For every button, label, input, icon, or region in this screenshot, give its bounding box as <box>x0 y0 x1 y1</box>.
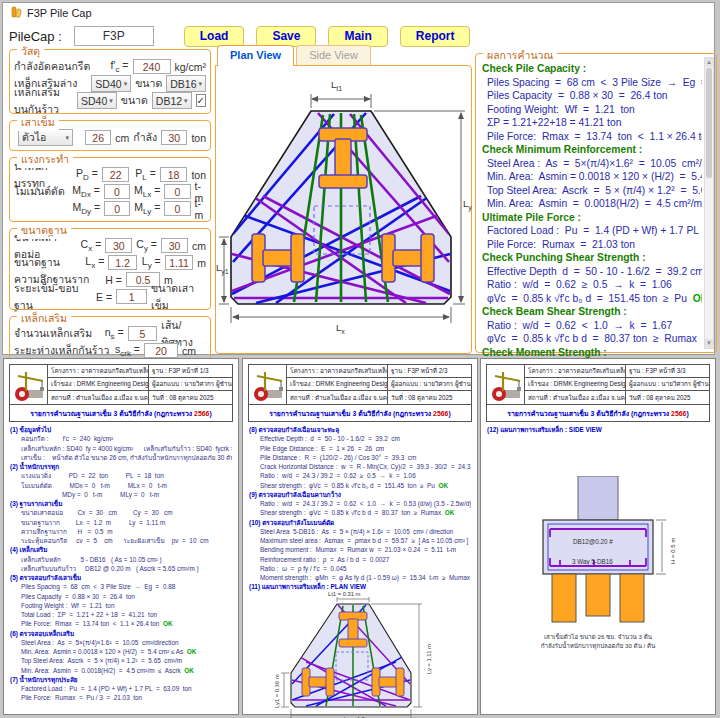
view-tabs: Plan View Side View <box>215 45 472 65</box>
top-steel-size-select[interactable]: DB12▾ <box>152 92 192 109</box>
mini-plan-drawing <box>276 596 446 718</box>
ly-input[interactable]: 1.11 <box>165 255 194 270</box>
text-line: Ratio : w/d = 24.3 / 39.2 = 0.62 ≥ 0.5 →… <box>249 471 471 480</box>
pile-group: เสาเข็ม ตัวไอ▾ 26 cm กำลัง 30 ton <box>9 120 211 151</box>
text-line: Total Load : ΣP = 1.21 + 22 + 18 = 41.21… <box>10 610 232 619</box>
report-location: สถานที่ : ตำบลในเมือง อ.เมือง จ.นครราชสี… <box>525 391 625 404</box>
top-steel-checkbox[interactable]: ✓ <box>196 94 206 107</box>
cy-symbol: Cy = <box>136 238 157 253</box>
chevron-down-icon: ▾ <box>184 97 188 105</box>
bottom-steel-grade-select[interactable]: SD40▾ <box>91 75 131 92</box>
results-scrollbar[interactable]: ▲ ▼ <box>704 57 714 349</box>
window-title: F3P Pile Cap <box>27 7 92 19</box>
bottom-size-label: ขนาด <box>135 75 162 92</box>
text-line: Ratio : w/d = 0.62 ≥ 0.5 → k = 1.06 <box>482 278 702 292</box>
fc-input[interactable]: 240 <box>133 59 171 74</box>
text-line: (6) ตรวจสอบเหล็กเสริม <box>10 629 232 638</box>
cy-input[interactable]: 30 <box>161 238 188 253</box>
text-line: Check Pile Capacity : <box>482 62 702 76</box>
column-size-row: ขนาดเสาตอม่อ Cx = 30 Cy = 30 cm <box>14 238 206 253</box>
lx-input[interactable]: 1.2 <box>108 255 137 270</box>
e-symbol: E = <box>90 291 112 303</box>
text-line: Crack Horizontal Distance : w = R - Min(… <box>249 462 471 471</box>
pilecap-name-input[interactable]: F3P <box>74 26 154 46</box>
text-line: Effective Depth : d = 50 - 10 - 1.6/2 = … <box>249 434 471 443</box>
plan-view-drawing <box>216 66 471 351</box>
footing-size-label: ขนาดฐาน <box>14 254 80 271</box>
pd-input[interactable]: 22 <box>102 167 130 182</box>
scrk-symbol: scrk = <box>114 343 140 358</box>
text-line: Steel Area : As = 5×(π/4)×1.6² = 10.05 c… <box>482 157 702 171</box>
ns-input[interactable]: 5 <box>128 326 158 341</box>
scroll-down-icon[interactable]: ▼ <box>705 339 713 348</box>
scroll-up-icon[interactable]: ▲ <box>705 58 713 67</box>
pl-input[interactable]: 18 <box>160 167 188 182</box>
concrete-row: กำลังอัดคอนกรีต f'c = 240 kg/cm² <box>14 59 206 74</box>
text-line: (3) ฐานรากเสาเข็ม <box>10 499 232 508</box>
report-page-1: โครงการ : อาคารคอนกรีตเสริมเหล็ก ฐาน : F… <box>3 358 239 715</box>
loads-group: แรงกระทำ น้ำหนักบรรทุก PD = 22 PL = 18 t… <box>9 157 211 222</box>
mdx-input[interactable]: 0 <box>104 184 130 199</box>
text-line: Pile Distance : R = (120/2 - 26) / Cos 3… <box>249 453 471 462</box>
text-line: (9) ตรวจสอบกำลังเฉือนคานกว้าง <box>249 490 471 499</box>
main-button[interactable]: Main <box>328 26 387 47</box>
dim-ly-label: Ly <box>463 198 472 211</box>
text-line: (4) เหล็กเสริม <box>10 545 232 554</box>
h-symbol: H = <box>98 274 122 286</box>
text-line: แรงแนวดิ่ง PD = 22 ton PL = 18 ton <box>10 471 232 480</box>
side-caption-2: กำลังรับน้ำหนักบรรทุกปลอดภัย 30 ตัน / ต้… <box>486 641 710 650</box>
mdy-input[interactable]: 0 <box>104 201 130 216</box>
side-h-label: H = 0.5 m <box>670 538 676 564</box>
report-page-3: โครงการ : อาคารคอนกรีตเสริมเหล็ก ฐาน : F… <box>480 358 716 715</box>
mini-dim-lt1: Lt1 = 0.31 m <box>328 591 360 597</box>
mini-dim-ly1: Ly1 = 0.39 m <box>274 674 280 707</box>
pile-size-input[interactable]: 26 <box>85 130 111 145</box>
footing-group-title: ขนาดฐาน <box>17 222 71 239</box>
report-designer: ผู้ออกแบบ : นายวิศวกร ผู้ชำนาญ <box>625 378 709 391</box>
chevron-down-icon: ▾ <box>198 80 202 88</box>
side-top-steel-label: DB12@0.20 # <box>573 538 613 545</box>
load-button[interactable]: Load <box>184 26 245 47</box>
pile-capacity-input[interactable]: 30 <box>161 130 187 145</box>
e-input[interactable]: 1 <box>116 289 147 304</box>
text-line: (2) น้ำหนักบรรทุก <box>10 462 232 471</box>
text-line: ขนาดเสาตอม่อ Cx = 30 cm Cy = 30 cm <box>10 508 232 517</box>
pilecap-app-window: F3P Pile Cap PileCap : F3P Load Save Mai… <box>2 2 715 355</box>
text-line: Min. Area: Asmin = 0.0018(H/2) = 4.5 cm²… <box>482 197 702 211</box>
crack-spacing-label: ระยะห่างเหล็กกันร้าว <box>14 342 110 359</box>
text-line: เหล็กเสริมหลัก 5 - DB16 ( As = 10.05 cm²… <box>10 555 232 564</box>
footing-group: ขนาดฐาน ขนาดเสาตอม่อ Cx = 30 Cy = 30 cm … <box>9 228 211 310</box>
text-line: Footing Weight : Wf = 1.21 ton <box>10 601 232 610</box>
bottom-steel-size-select[interactable]: DB16▾ <box>166 75 206 92</box>
scrollbar-thumb[interactable] <box>706 68 712 178</box>
report-page1-lines: (1) ข้อมูลทั่วไปคอนกรีต : f'c = 240 kg/c… <box>9 422 233 703</box>
mly-input[interactable]: 0 <box>164 201 190 216</box>
report-designer: ผู้ออกแบบ : นายวิศวกร ผู้ชำนาญ <box>387 378 471 391</box>
mlx-input[interactable]: 0 <box>164 184 190 199</box>
cx-input[interactable]: 30 <box>105 238 132 253</box>
report-project: โครงการ : อาคารคอนกรีตเสริมเหล็ก <box>287 365 387 378</box>
report-button[interactable]: Report <box>400 26 471 47</box>
text-line: Piles Capacity = 0.88 × 30 = 26.4 ton <box>482 89 702 103</box>
text-line: Steel Area : As = 5×(π/4)×1.6² = 10.05 c… <box>10 638 232 647</box>
moment-y-unit: t-m <box>195 197 206 221</box>
save-button[interactable]: Save <box>256 26 316 47</box>
edge-distance-unit: ขนาดเสาเข็ม <box>151 280 206 314</box>
top-size-label: ขนาด <box>121 92 148 109</box>
cx-symbol: Cx = <box>81 238 102 253</box>
text-line: (12) แผนภาพการเสริมเหล็ก : SIDE VIEW <box>487 425 709 434</box>
text-line: ขนาดฐานราก Lx = 1.2 m Ly = 1.11 m <box>10 518 232 527</box>
edge-distance-row: ระยะเข็ม-ขอบฐาน E = 1 ขนาดเสาเข็ม <box>14 289 206 304</box>
dim-lx-label: Lx <box>336 322 345 335</box>
scrk-input[interactable]: 20 <box>144 343 178 358</box>
top-steel-grade-select[interactable]: SD40▾ <box>77 92 117 109</box>
pile-shape-select[interactable]: ตัวไอ▾ <box>18 129 73 146</box>
report-project: โครงการ : อาคารคอนกรีตเสริมเหล็ก <box>48 365 148 378</box>
text-line: Factored Load : Pu = 1.4 (PD + Wf) + 1.7… <box>482 224 702 238</box>
text-line: Piles Spacing = 68 cm < 3 Pile Size → Eg… <box>482 76 702 90</box>
report-header-3: โครงการ : อาคารคอนกรีตเสริมเหล็ก ฐาน : F… <box>486 364 710 405</box>
text-line: ระยะหุ้มคอนกรีต cv = 5 cm ระยะฝังเสาเข็ม… <box>10 536 232 545</box>
tab-side-view[interactable]: Side View <box>296 45 371 65</box>
report-page3-lines: (12) แผนภาพการเสริมเหล็ก : SIDE VIEW <box>486 422 710 434</box>
tab-plan-view[interactable]: Plan View <box>217 45 294 66</box>
